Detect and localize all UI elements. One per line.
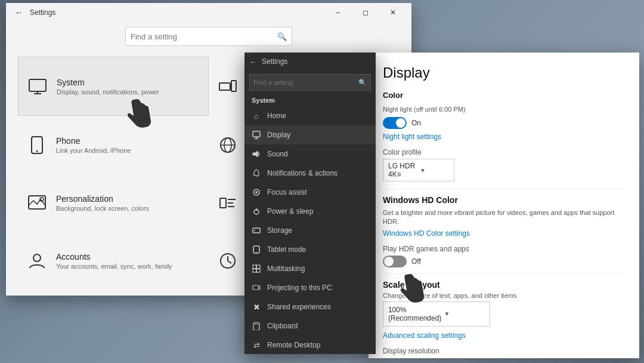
svg-rect-29 — [253, 228, 260, 233]
phone-icon — [26, 134, 48, 156]
svg-marker-23 — [253, 151, 258, 157]
color-profile-dropdown[interactable]: LG HDR 4K≡ ▼ — [383, 159, 454, 182]
sound-nav-label: Sound — [267, 150, 288, 158]
nav-item-focus[interactable]: Focus assist — [244, 183, 376, 202]
focus-nav-icon — [252, 187, 261, 197]
back-button-mid[interactable]: ← — [249, 57, 257, 66]
personalization-text: Personalization Background, lock screen,… — [56, 194, 149, 212]
night-light-toggle-label: On — [411, 119, 421, 127]
nav-item-home[interactable]: ⌂ Home — [244, 106, 376, 125]
settings-item-system[interactable]: System Display, sound, notifications, po… — [18, 57, 209, 116]
mid-nav: ⌂ Home Display Sound — [244, 106, 376, 354]
svg-rect-12 — [220, 198, 226, 208]
nav-item-sound[interactable]: Sound — [244, 144, 376, 164]
remote-nav-icon: ⇄ — [252, 340, 261, 350]
display-settings-panel: Display Color Night light (off until 6:0… — [369, 53, 639, 358]
settings-item-personalization[interactable]: Personalization Background, lock screen,… — [18, 174, 209, 232]
focus-nav-label: Focus assist — [267, 188, 307, 196]
multitasking-nav-label: Multitasking — [267, 264, 305, 273]
nav-item-display[interactable]: Display — [244, 125, 376, 144]
nav-item-remote[interactable]: ⇄ Remote Desktop — [244, 336, 376, 354]
power-nav-icon — [252, 207, 261, 216]
display-content: Display Color Night light (off until 6:0… — [369, 53, 639, 358]
storage-nav-label: Storage — [267, 226, 292, 235]
network-icon — [217, 134, 239, 156]
mid-search-icon: 🔍 — [358, 79, 367, 87]
hdr-settings-link[interactable]: Windows HD Color settings — [383, 229, 625, 238]
display-resolution-label: Display resolution — [383, 347, 625, 355]
home-nav-label: Home — [267, 112, 286, 120]
search-container: 🔍 — [125, 27, 292, 46]
night-light-label: Night light (off until 6:00 PM) — [383, 106, 466, 113]
clipboard-nav-icon — [252, 321, 261, 331]
mid-search-area: 🔍 — [244, 70, 376, 94]
storage-nav-icon — [252, 226, 261, 235]
mid-search-container: 🔍 — [249, 74, 371, 91]
advanced-scaling-link[interactable]: Advanced scaling settings — [383, 331, 625, 340]
search-icon: 🔍 — [277, 32, 287, 41]
titlebar-mid: ← Settings — [244, 53, 376, 70]
multitasking-nav-icon — [252, 264, 261, 273]
mid-search-input[interactable] — [253, 79, 358, 86]
nav-item-shared[interactable]: ✖ Shared experiences — [244, 297, 376, 316]
nav-item-clipboard[interactable]: Clipboard — [244, 316, 376, 336]
nav-item-notifications[interactable]: Notifications & actions — [244, 164, 376, 183]
night-light-settings-link[interactable]: Night light settings — [383, 133, 625, 141]
svg-rect-20 — [253, 131, 260, 137]
settings-item-accounts[interactable]: Accounts Your accounts, email, sync, wor… — [18, 232, 209, 290]
nav-item-tablet[interactable]: Tablet mode — [244, 240, 376, 259]
apps-icon — [217, 192, 239, 214]
close-button[interactable]: ✕ — [379, 3, 407, 22]
hdr-toggle-knob — [384, 257, 394, 266]
toggle-knob — [396, 118, 405, 128]
power-nav-label: Power & sleep — [267, 207, 313, 216]
svg-point-26 — [255, 191, 258, 193]
svg-rect-36 — [256, 269, 260, 272]
tablet-nav-label: Tablet mode — [267, 245, 306, 254]
display-nav-icon — [252, 130, 261, 140]
minimize-button[interactable]: – — [324, 3, 352, 22]
svg-rect-4 — [231, 81, 236, 91]
scale-desc: Change the size of text, apps, and other… — [383, 292, 625, 299]
hdr-toggle[interactable] — [383, 256, 407, 267]
settings-window-mid: ← Settings 🔍 System ⌂ Home Display — [244, 53, 376, 354]
display-nav-label: Display — [267, 131, 290, 139]
maximize-button[interactable]: ◻ — [352, 3, 379, 22]
window-controls: – ◻ ✕ — [324, 3, 407, 22]
nav-item-projecting[interactable]: Projecting to this PC — [244, 278, 376, 297]
accounts-icon — [26, 250, 48, 272]
divider-1 — [383, 189, 625, 189]
svg-rect-33 — [253, 265, 256, 269]
scale-dropdown[interactable]: 100% (Recommended) ▼ — [383, 302, 490, 327]
hdr-title: Windows HD Color — [383, 195, 625, 205]
system-icon — [27, 76, 48, 97]
color-profile-value: LG HDR 4K≡ — [388, 162, 417, 179]
svg-rect-3 — [219, 83, 230, 90]
titlebar-title: Settings — [30, 8, 324, 17]
hdr-toggle-text: Off — [411, 257, 421, 266]
nav-item-power[interactable]: Power & sleep — [244, 202, 376, 221]
hdr-toggle-label: Play HDR games and apps — [383, 245, 625, 253]
svg-rect-37 — [253, 285, 259, 290]
nav-item-storage[interactable]: Storage — [244, 221, 376, 240]
projecting-nav-label: Projecting to this PC — [267, 284, 332, 292]
system-text: System Display, sound, notifications, po… — [57, 78, 159, 96]
clipboard-nav-label: Clipboard — [267, 322, 298, 330]
display-title: Display — [383, 64, 625, 81]
night-light-toggle[interactable] — [383, 117, 407, 129]
svg-point-32 — [256, 252, 257, 253]
notifications-nav-icon — [252, 168, 261, 178]
notifications-nav-label: Notifications & actions — [267, 169, 338, 177]
night-light-toggle-row: On — [383, 117, 625, 129]
svg-rect-0 — [29, 79, 46, 91]
home-nav-icon: ⌂ — [252, 111, 261, 121]
night-light-text: Night light (off until 6:00 PM) — [383, 106, 466, 115]
svg-point-16 — [33, 254, 41, 262]
devices-icon — [217, 76, 239, 97]
settings-item-phone[interactable]: Phone Link your Android, iPhone — [18, 116, 209, 174]
sound-nav-icon — [252, 149, 261, 159]
search-input[interactable] — [131, 32, 277, 41]
titlebar-base: ← Settings – ◻ ✕ — [6, 3, 411, 22]
nav-item-multitasking[interactable]: Multitasking — [244, 259, 376, 278]
back-button[interactable]: ← — [11, 4, 27, 21]
